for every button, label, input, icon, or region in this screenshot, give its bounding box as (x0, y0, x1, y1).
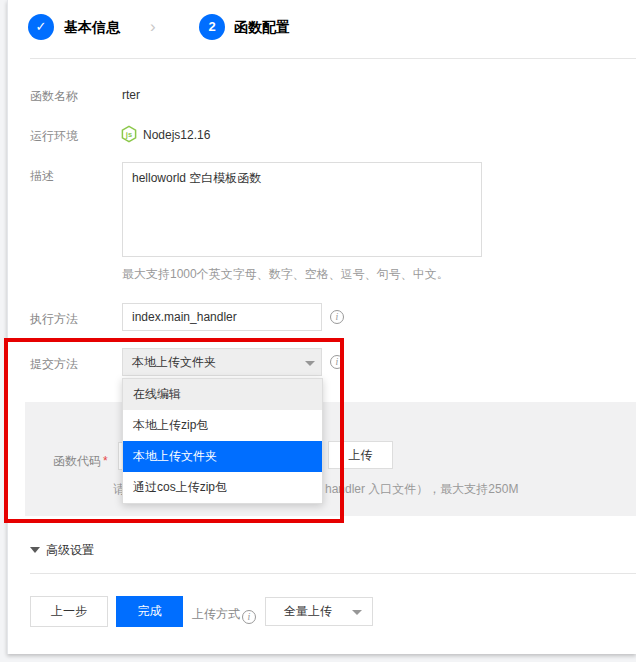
nodejs-icon: js (120, 125, 138, 143)
chevron-down-icon (305, 361, 315, 366)
submit-method-label: 提交方法 (30, 356, 78, 373)
description-textarea[interactable]: helloworld 空白模板函数 (122, 162, 482, 257)
function-name-value: rter (122, 88, 140, 102)
upload-mode-value: 全量上传 (284, 604, 332, 618)
required-asterisk: * (103, 454, 108, 468)
submit-method-dropdown: 在线编辑 本地上传zip包 本地上传文件夹 通过cos上传zip包 (122, 378, 323, 504)
dropdown-option-local-folder[interactable]: 本地上传文件夹 (123, 441, 322, 472)
upload-mode-label-wrap: 上传方式i (192, 604, 256, 623)
upload-mode-select[interactable]: 全量上传 (265, 597, 373, 626)
submit-method-info-icon[interactable]: i (330, 355, 344, 369)
handler-info-icon[interactable]: i (330, 310, 344, 324)
handler-label: 执行方法 (30, 311, 78, 328)
header-divider (30, 58, 636, 59)
svg-text:js: js (125, 130, 132, 139)
advanced-settings-toggle[interactable]: 高级设置 (30, 540, 94, 559)
step2-number-circle: 2 (199, 14, 225, 40)
finish-button[interactable]: 完成 (116, 596, 183, 627)
footer-divider (30, 573, 636, 574)
step2-label: 函数配置 (234, 14, 290, 40)
previous-step-button[interactable]: 上一步 (30, 596, 108, 627)
runtime-label: 运行环境 (30, 128, 78, 145)
description-hint: 最大支持1000个英文字母、数字、空格、逗号、句号、中文。 (122, 266, 449, 283)
upload-button[interactable]: 上传 (328, 441, 393, 469)
dropdown-option-online-edit[interactable]: 在线编辑 (123, 379, 322, 410)
upload-mode-label: 上传方式 (192, 607, 240, 621)
chevron-right-icon: › (150, 14, 156, 40)
runtime-value: Nodejs12.16 (143, 128, 210, 142)
dropdown-option-cos-zip[interactable]: 通过cos上传zip包 (123, 472, 322, 503)
description-label: 描述 (30, 168, 54, 185)
check-icon: ✓ (36, 19, 47, 34)
chevron-down-icon (352, 610, 362, 615)
handler-input[interactable] (122, 303, 322, 331)
step1-done-circle: ✓ (28, 14, 54, 40)
advanced-settings-label: 高级设置 (46, 543, 94, 557)
triangle-down-icon (30, 547, 40, 553)
dropdown-option-local-zip[interactable]: 本地上传zip包 (123, 410, 322, 441)
function-code-label: 函数代码* (53, 451, 108, 470)
submit-method-select[interactable]: 本地上传文件夹 (122, 348, 322, 376)
function-name-label: 函数名称 (30, 88, 78, 105)
step2-number: 2 (208, 19, 215, 34)
submit-method-value: 本地上传文件夹 (132, 355, 216, 369)
step1-label: 基本信息 (64, 14, 120, 40)
upload-mode-info-icon[interactable]: i (242, 610, 256, 624)
function-code-hint: handler 入口文件），最大支持250M (325, 481, 518, 498)
